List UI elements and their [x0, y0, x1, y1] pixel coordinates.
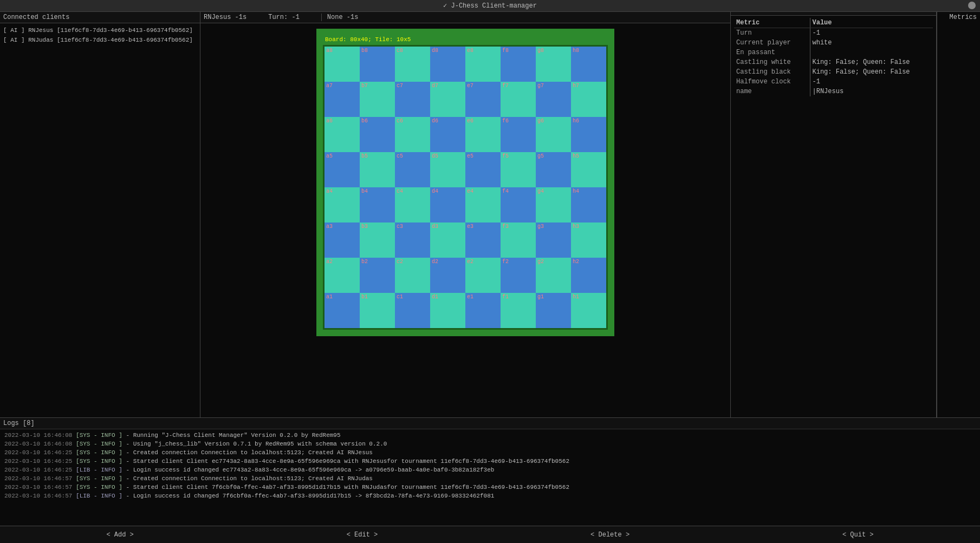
- cell-label: g2: [536, 258, 546, 266]
- board-cell[interactable]: e1: [465, 293, 501, 328]
- cell-label: g6: [536, 117, 546, 125]
- log-source: [SYS - INFO ]: [76, 441, 122, 447]
- log-entry: 2022-03-10 16:46:25 [SYS - INFO ] - Star…: [4, 457, 976, 466]
- board-cell[interactable]: e2: [465, 258, 501, 293]
- board-cell[interactable]: c7: [395, 82, 430, 117]
- board-cell[interactable]: b4: [360, 187, 395, 223]
- cell-label: a1: [324, 293, 334, 301]
- board-cell[interactable]: e8: [465, 47, 501, 82]
- board-cell[interactable]: e5: [465, 152, 501, 187]
- board-cell[interactable]: a1: [324, 293, 360, 328]
- board-cell[interactable]: h3: [571, 223, 606, 258]
- board-cell[interactable]: c3: [395, 223, 430, 258]
- board-cell[interactable]: f3: [501, 223, 536, 258]
- cell-label: f3: [501, 223, 510, 231]
- cell-label: e2: [465, 258, 475, 266]
- close-button[interactable]: [968, 2, 976, 9]
- delete-button[interactable]: < Delete >: [580, 529, 640, 541]
- log-timestamp: 2022-03-10 16:46:08: [4, 432, 72, 439]
- board-cell[interactable]: f1: [501, 293, 536, 328]
- board-cell[interactable]: f6: [501, 117, 536, 152]
- cell-label: c3: [395, 223, 405, 231]
- quit-button[interactable]: < Quit >: [832, 529, 885, 541]
- board-cell[interactable]: h2: [571, 258, 606, 293]
- board-cell[interactable]: b6: [360, 117, 395, 152]
- board-cell[interactable]: g1: [536, 293, 571, 328]
- log-entry: 2022-03-10 16:46:25 [LIB - INFO ] - Logi…: [4, 466, 976, 474]
- board-cell[interactable]: f2: [501, 258, 536, 293]
- board-cell[interactable]: b7: [360, 82, 395, 117]
- board-cell[interactable]: d1: [430, 293, 465, 328]
- board-cell[interactable]: b8: [360, 47, 395, 82]
- board-cell[interactable]: g8: [536, 47, 571, 82]
- cell-label: d8: [430, 47, 440, 55]
- log-timestamp: 2022-03-10 16:46:57: [4, 484, 72, 490]
- board-cell[interactable]: d5: [430, 152, 465, 187]
- log-message: - Created connection Connection to local…: [126, 475, 372, 482]
- board-cell[interactable]: e7: [465, 82, 501, 117]
- board-cell[interactable]: d4: [430, 187, 465, 223]
- log-message: - Using "j_chess_lib" Version 0.7.1 by R…: [126, 441, 387, 447]
- board-cell[interactable]: a7: [324, 82, 360, 117]
- board-cell[interactable]: h8: [571, 47, 606, 82]
- board-cell[interactable]: g6: [536, 117, 571, 152]
- metric-name: name: [734, 87, 810, 96]
- metric-col-header: Metric: [734, 18, 810, 28]
- board-cell[interactable]: a2: [324, 258, 360, 293]
- board-cell[interactable]: a8: [324, 47, 360, 82]
- metric-name: Castling black: [734, 67, 810, 77]
- board-cell[interactable]: g7: [536, 82, 571, 117]
- board-cell[interactable]: g2: [536, 258, 571, 293]
- board-cell[interactable]: g4: [536, 187, 571, 223]
- metrics-content: Metric Value Turn-1Current playerwhiteEn…: [731, 16, 936, 417]
- board-cell[interactable]: b3: [360, 223, 395, 258]
- board-cell[interactable]: c1: [395, 293, 430, 328]
- board-cell[interactable]: c5: [395, 152, 430, 187]
- board-cell[interactable]: c6: [395, 117, 430, 152]
- board-cell[interactable]: h7: [571, 82, 606, 117]
- log-timestamp: 2022-03-10 16:46:25: [4, 467, 72, 473]
- board-cell[interactable]: h4: [571, 187, 606, 223]
- board-cell[interactable]: b2: [360, 258, 395, 293]
- board-cell[interactable]: a3: [324, 223, 360, 258]
- board-cell[interactable]: b5: [360, 152, 395, 187]
- cell-label: b2: [360, 258, 369, 266]
- logs-header: Logs [8]: [0, 418, 980, 429]
- cell-label: a6: [324, 117, 334, 125]
- board-cell[interactable]: e6: [465, 117, 501, 152]
- board-cell[interactable]: f8: [501, 47, 536, 82]
- add-button[interactable]: < Add >: [95, 529, 144, 541]
- board-cell[interactable]: h5: [571, 152, 606, 187]
- cell-label: a8: [324, 47, 334, 55]
- board-cell[interactable]: d2: [430, 258, 465, 293]
- board-cell[interactable]: c4: [395, 187, 430, 223]
- board-cell[interactable]: h6: [571, 117, 606, 152]
- board-cell[interactable]: d8: [430, 47, 465, 82]
- cell-label: c2: [395, 258, 405, 266]
- none-label: None -1s: [321, 14, 359, 21]
- cell-label: g5: [536, 152, 546, 160]
- board-cell[interactable]: f5: [501, 152, 536, 187]
- board-cell[interactable]: g3: [536, 223, 571, 258]
- board-cell[interactable]: f7: [501, 82, 536, 117]
- board-cell[interactable]: a4: [324, 187, 360, 223]
- board-cell[interactable]: c8: [395, 47, 430, 82]
- cell-label: f5: [501, 152, 510, 160]
- board-cell[interactable]: h1: [571, 293, 606, 328]
- board-cell[interactable]: f4: [501, 187, 536, 223]
- board-cell[interactable]: b1: [360, 293, 395, 328]
- cell-label: h7: [571, 82, 581, 90]
- board-cell[interactable]: e3: [465, 223, 501, 258]
- board-cell[interactable]: e4: [465, 187, 501, 223]
- edit-button[interactable]: < Edit >: [336, 529, 389, 541]
- board-cell[interactable]: d6: [430, 117, 465, 152]
- board-cell[interactable]: a5: [324, 152, 360, 187]
- board-cell[interactable]: g5: [536, 152, 571, 187]
- board-cell[interactable]: d3: [430, 223, 465, 258]
- board-cell[interactable]: d7: [430, 82, 465, 117]
- metric-value: King: False; Queen: False: [810, 57, 933, 67]
- cell-label: f8: [501, 47, 510, 55]
- board-cell[interactable]: c2: [395, 258, 430, 293]
- cell-label: e5: [465, 152, 475, 160]
- board-cell[interactable]: a6: [324, 117, 360, 152]
